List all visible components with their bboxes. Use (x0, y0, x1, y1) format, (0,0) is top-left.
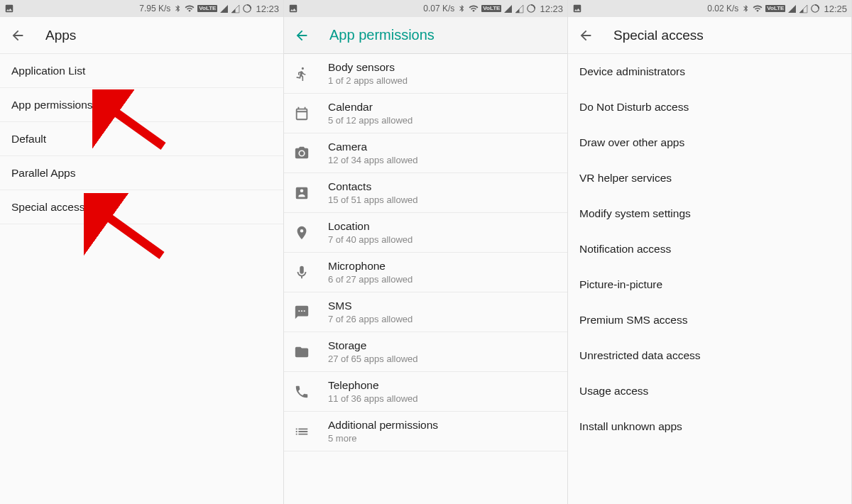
bluetooth-icon (458, 4, 466, 13)
page-title: Special access (613, 28, 704, 43)
list-item-unrestricted-data[interactable]: Unrestricted data access (568, 338, 851, 373)
network-speed: 7.95 K/s (139, 4, 170, 13)
item-label: Device administrators (579, 65, 685, 78)
page-title: Apps (45, 28, 76, 43)
perm-item-contacts[interactable]: Contacts15 of 51 apps allowed (284, 173, 567, 213)
list-item-default[interactable]: Default (0, 122, 283, 156)
perm-sub: 5 of 12 apps allowed (328, 115, 413, 126)
screen-special-access: 0.02 K/s VoLTE 12:25 Special access Devi… (568, 0, 852, 504)
perm-sub: 15 of 51 apps allowed (328, 195, 417, 205)
status-time: 12:25 (824, 4, 847, 14)
list-item-notification-access[interactable]: Notification access (568, 231, 851, 267)
list-item-application-list[interactable]: Application List (0, 54, 283, 88)
item-label: Modify system settings (579, 207, 691, 220)
perm-sub: 5 more (328, 433, 438, 444)
perm-sub: 6 of 27 apps allowed (328, 274, 413, 285)
item-label: Do Not Disturb access (579, 101, 689, 114)
location-icon (294, 225, 310, 241)
back-icon[interactable] (578, 28, 594, 43)
item-label: Notification access (579, 243, 671, 256)
network-speed: 0.07 K/s (423, 4, 454, 13)
phone-icon (294, 384, 310, 400)
list-item-dnd-access[interactable]: Do Not Disturb access (568, 89, 851, 125)
perm-item-telephone[interactable]: Telephone11 of 36 apps allowed (284, 372, 567, 412)
bluetooth-icon (742, 4, 750, 13)
screen-apps: 7.95 K/s VoLTE 12:23 Apps Application Li… (0, 0, 284, 504)
item-label: Premium SMS access (579, 314, 687, 327)
camera-icon (294, 146, 310, 161)
status-bar: 0.07 K/s VoLTE 12:23 (284, 0, 567, 17)
perm-title: Microphone (328, 260, 413, 273)
app-bar: App permissions (284, 17, 567, 54)
status-time: 12:23 (540, 4, 563, 14)
item-label: Special access (11, 201, 84, 214)
apps-list: Application List App permissions Default… (0, 54, 283, 224)
perm-sub: 27 of 65 apps allowed (328, 354, 417, 364)
list-item-pip[interactable]: Picture-in-picture (568, 267, 851, 302)
perm-item-microphone[interactable]: Microphone6 of 27 apps allowed (284, 253, 567, 292)
run-icon (294, 66, 310, 82)
item-label: Picture-in-picture (579, 278, 662, 291)
back-icon[interactable] (10, 28, 26, 43)
list-item-vr-helper[interactable]: VR helper services (568, 160, 851, 196)
perm-item-calendar[interactable]: Calendar5 of 12 apps allowed (284, 94, 567, 133)
perm-sub: 7 of 26 apps allowed (328, 314, 413, 324)
perm-title: Camera (328, 141, 417, 153)
picture-icon (288, 4, 298, 13)
perm-item-location[interactable]: Location7 of 40 apps allowed (284, 213, 567, 253)
list-item-usage-access[interactable]: Usage access (568, 373, 851, 409)
signal-2-icon (231, 4, 240, 13)
wifi-icon (184, 4, 195, 13)
volte-badge: VoLTE (765, 5, 785, 12)
contacts-icon (294, 185, 310, 201)
signal-1-icon (219, 4, 229, 13)
perm-item-additional[interactable]: Additional permissions5 more (284, 412, 567, 451)
signal-1-icon (503, 4, 513, 13)
signal-2-icon (515, 4, 524, 13)
perm-sub: 1 of 2 apps allowed (328, 75, 408, 86)
list-item-special-access[interactable]: Special access (0, 190, 283, 224)
perm-item-camera[interactable]: Camera12 of 34 apps allowed (284, 133, 567, 173)
list-item-app-permissions[interactable]: App permissions (0, 88, 283, 122)
perm-title: Telephone (328, 379, 417, 392)
mic-icon (294, 265, 310, 280)
page-title: App permissions (329, 27, 435, 43)
permissions-list: Body sensors1 of 2 apps allowed Calendar… (284, 54, 567, 451)
list-item-premium-sms[interactable]: Premium SMS access (568, 302, 851, 338)
perm-title: Calendar (328, 101, 413, 114)
perm-title: Contacts (328, 180, 417, 193)
item-label: Unrestricted data access (579, 349, 701, 362)
perm-item-body-sensors[interactable]: Body sensors1 of 2 apps allowed (284, 54, 567, 94)
list-item-draw-over[interactable]: Draw over other apps (568, 125, 851, 160)
signal-1-icon (787, 4, 797, 13)
list-icon (294, 424, 310, 439)
data-icon (810, 4, 820, 13)
list-item-parallel-apps[interactable]: Parallel Apps (0, 156, 283, 190)
special-access-list: Device administrators Do Not Disturb acc… (568, 54, 851, 444)
wifi-icon (752, 4, 763, 13)
perm-item-storage[interactable]: Storage27 of 65 apps allowed (284, 332, 567, 372)
status-bar: 7.95 K/s VoLTE 12:23 (0, 0, 283, 17)
item-label: Default (11, 133, 46, 146)
item-label: Draw over other apps (579, 136, 684, 149)
list-item-device-administrators[interactable]: Device administrators (568, 54, 851, 89)
back-icon[interactable] (294, 28, 310, 43)
picture-icon (572, 4, 582, 13)
status-time: 12:23 (256, 4, 279, 14)
volte-badge: VoLTE (481, 5, 501, 12)
perm-title: Location (328, 220, 413, 233)
signal-2-icon (799, 4, 808, 13)
screen-app-permissions: 0.07 K/s VoLTE 12:23 App permissions Bod… (284, 0, 568, 504)
list-item-install-unknown[interactable]: Install unknown apps (568, 409, 851, 444)
wifi-icon (468, 4, 479, 13)
app-bar: Apps (0, 17, 283, 54)
network-speed: 0.02 K/s (707, 4, 738, 13)
perm-title: Body sensors (328, 61, 408, 74)
item-label: VR helper services (579, 172, 672, 185)
sms-icon (294, 305, 310, 320)
perm-item-sms[interactable]: SMS7 of 26 apps allowed (284, 292, 567, 332)
perm-title: Storage (328, 339, 417, 352)
list-item-modify-system[interactable]: Modify system settings (568, 196, 851, 231)
item-label: Usage access (579, 385, 648, 398)
item-label: Install unknown apps (579, 420, 682, 433)
